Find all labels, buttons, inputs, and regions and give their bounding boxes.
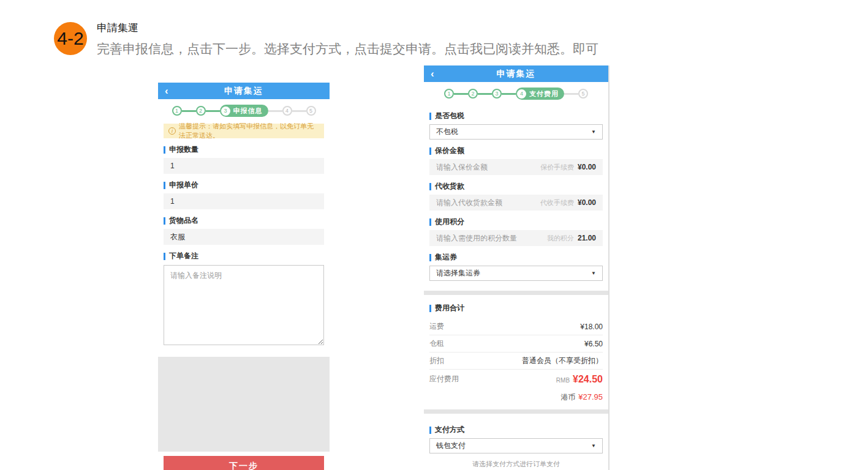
stepper: 1 2 3 申报信息 4 5 [158,104,330,118]
fee-label: 折扣 [429,356,444,366]
select-value: 请选择集运券 [436,268,480,278]
lesson-instruction: 完善申报信息，点击下一步。选择支付方式，点击提交申请。点击我已阅读并知悉。即可 [97,40,598,58]
fee-section-title: 费用合计 [429,303,603,313]
step-connector [478,93,492,95]
input-suffix: 保价手续费¥0.00 [540,159,596,175]
step-indicator-3-active: 3 申报信息 [220,105,268,117]
label-accent-bar [429,218,431,226]
step-indicator-5: 5 [306,106,316,116]
fee-row-discount: 折扣 普通会员（不享受折扣） [429,352,603,370]
tax-included-select[interactable]: 不包税 ▼ [429,124,603,140]
step-connector [206,110,220,112]
notice-text: 温馨提示：请如实填写申报信息，以免订单无法正常送达。 [179,122,319,140]
step-connector [454,93,468,95]
dropdown-arrow-icon: ▼ [591,129,596,135]
tutorial-page: 4-2 申請集運 完善申报信息，点击下一步。选择支付方式，点击提交申请。点击我已… [0,0,868,470]
cod-amount-input[interactable]: 请输入代收货款金额 代收手续费¥0.00 [429,195,603,211]
navbar: ‹ 申请集运 [158,83,330,99]
field-label: 申报数量 [164,144,324,155]
fee-value: ¥18.00 [580,323,603,331]
payable-rmb-amount: ¥24.50 [573,374,603,385]
field-label: 下单备注 [164,251,324,261]
declare-quantity-input[interactable]: 1 [164,158,324,174]
next-step-button[interactable]: 下一步 [164,456,324,470]
lesson-title: 申請集運 [97,21,138,35]
suffix-label: 代收手续费 [540,199,574,206]
input-placeholder: 请输入保价金额 [436,159,488,175]
goods-name-input[interactable]: 衣服 [164,229,324,245]
field-label-text: 申报单价 [169,180,198,190]
label-accent-bar [164,253,165,260]
stepper: 1 2 3 4 支付费用 5 [424,87,608,100]
field-label: 是否包税 [429,111,603,121]
info-icon: i [168,127,176,135]
payment-screen: ‹ 申请集运 1 2 3 4 支付费用 5 是否包税 不包税 ▼ [424,65,609,470]
fee-label: 运费 [429,321,444,332]
field-label: 保价金额 [429,146,603,156]
field-label-text: 支付方式 [435,425,464,435]
step-connector [268,110,282,112]
suffix-value: ¥0.00 [578,198,596,207]
step-indicator-1: 1 [444,89,454,99]
field-label-text: 货物品名 [169,215,198,226]
fee-row-payable: 应付费用 RMB ¥24.50 [429,370,603,389]
label-accent-bar [429,254,431,261]
payable-amount: RMB ¥24.50 [556,374,603,385]
nav-title: 申请集运 [497,69,536,80]
back-icon[interactable]: ‹ [431,67,434,81]
fee-label: 仓租 [429,338,444,349]
select-value: 不包税 [436,127,458,137]
field-label-text: 保价金额 [435,146,464,156]
field-label: 集运券 [429,252,603,263]
label-accent-bar [164,182,165,189]
step-indicator-4-active: 4 支付费用 [516,88,564,100]
image-placeholder [158,357,330,452]
fee-row-shipping: 运费 ¥18.00 [429,318,603,335]
suffix-label: 我的积分 [547,234,574,242]
input-suffix: 代收手续费¥0.00 [540,195,596,211]
step-connector [502,93,516,95]
order-remark-textarea[interactable] [164,265,324,345]
label-accent-bar [429,305,431,312]
declare-unit-price-input[interactable]: 1 [164,193,324,209]
active-step-number: 4 [517,89,526,99]
select-value: 钱包支付 [436,441,466,451]
currency-label: RMB [556,377,570,384]
label-accent-bar [429,427,431,434]
nav-title: 申请集运 [224,86,263,97]
navbar: ‹ 申请集运 [424,65,608,82]
field-label-text: 费用合计 [435,303,464,313]
field-label: 支付方式 [429,425,603,435]
dropdown-arrow-icon: ▼ [591,270,596,276]
step-indicator-4: 4 [282,106,292,116]
suffix-value: ¥0.00 [578,163,596,171]
step-indicator-1: 1 [172,106,182,116]
back-icon[interactable]: ‹ [165,84,168,98]
step-indicator-2: 2 [468,89,478,99]
field-label-text: 集运券 [435,252,457,263]
step-indicator-5: 5 [578,89,588,99]
input-placeholder: 请输入代收货款金额 [436,195,502,211]
declare-info-screen: ‹ 申请集运 1 2 3 申报信息 4 5 i 温馨提示：请如实填写申报信息，以… [158,83,330,470]
hkd-amount: 港币 ¥27.95 [560,392,603,403]
active-step-number: 3 [221,106,230,116]
active-step-label: 支付费用 [529,89,559,99]
field-label-text: 申报数量 [169,144,198,155]
currency-label: 港币 [560,392,575,403]
fee-value: 普通会员（不享受折扣） [522,356,603,366]
insured-amount-input[interactable]: 请输入保价金额 保价手续费¥0.00 [429,159,603,175]
payment-method-select[interactable]: 钱包支付 ▼ [429,438,603,453]
field-label-text: 代收货款 [435,181,464,192]
step-connector [182,110,196,112]
payable-hkd-amount: ¥27.95 [578,392,603,401]
active-step-label: 申报信息 [233,106,263,116]
payment-hint: 请选择支付方式进行订单支付 [429,460,603,469]
input-placeholder: 请输入需使用的积分数量 [436,230,517,246]
step-indicator-2: 2 [196,106,206,116]
coupon-select[interactable]: 请选择集运券 ▼ [429,266,603,281]
fee-row-hkd: 港币 ¥27.95 [429,389,603,406]
field-label: 使用积分 [429,217,603,227]
points-input[interactable]: 请输入需使用的积分数量 我的积分21.00 [429,230,603,246]
label-accent-bar [429,183,431,190]
step-badge: 4-2 [54,22,87,55]
